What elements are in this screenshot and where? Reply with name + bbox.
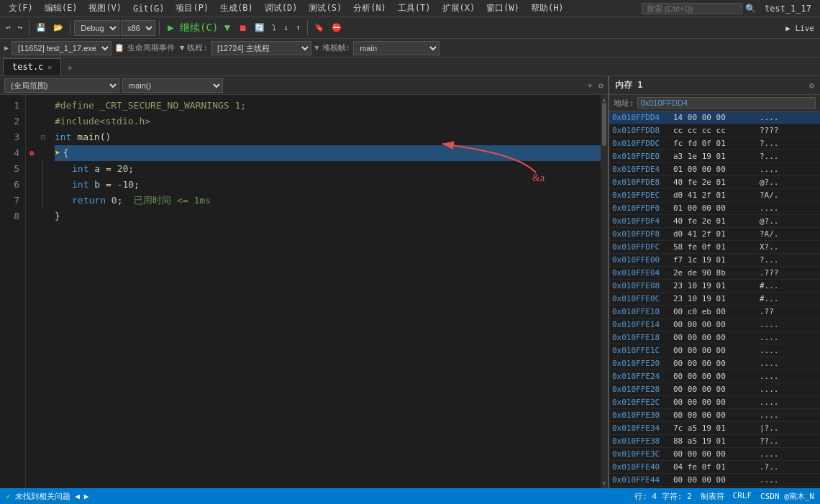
menu-debug[interactable]: 调试(D) — [259, 1, 304, 16]
memory-row[interactable]: 0x010FFE08 23 10 19 01 #... — [609, 280, 820, 293]
scroll-down-icon[interactable]: ▼ — [603, 480, 606, 487]
debug-mode-selector[interactable]: Debug — [74, 20, 119, 36]
memory-row[interactable]: 0x010FFE1C 00 00 00 00 .... — [609, 344, 820, 357]
process-selector[interactable]: [11652] test_1_17.exe — [12, 41, 111, 55]
attribution: CSDN @南木_N — [760, 491, 814, 502]
scroll-left-icon[interactable]: ◀ — [75, 492, 80, 501]
code-line-5: int a = 20; — [55, 161, 601, 177]
memory-address-bar: 地址: — [609, 95, 820, 111]
memory-row[interactable]: 0x010FFDE0 a3 1e 19 01 ?... — [609, 150, 820, 163]
code-text: #define _CRT_SECURE_NO_WARNINGS 1; — [55, 98, 246, 114]
scroll-right-icon[interactable]: ▶ — [84, 492, 89, 501]
function-selector[interactable]: main() — [122, 78, 223, 93]
memory-row[interactable]: 0x010FFE3C 00 00 00 00 .... — [609, 448, 820, 461]
memory-row[interactable]: 0x010FFDE4 01 00 00 00 .... — [609, 163, 820, 176]
scope-selector[interactable]: (全局范围) — [4, 78, 119, 93]
menu-analyze[interactable]: 分析(N) — [347, 1, 392, 16]
toolbar-right: ▶ Live — [783, 23, 817, 33]
tab-test-c[interactable]: test.c ✕ — [3, 58, 61, 75]
memory-row[interactable]: 0x010FFDD8 cc cc cc cc ???? — [609, 124, 820, 137]
menu-help[interactable]: 帮助(H) — [525, 1, 570, 16]
step-out-button[interactable]: ↑ — [293, 22, 304, 34]
memory-row[interactable]: 0x010FFE34 7c a5 19 01 |?.. — [609, 422, 820, 435]
memory-row[interactable]: 0x010FFE40 04 fe 0f 01 .?.. — [609, 461, 820, 474]
memory-row[interactable]: 0x010FFDFC 58 fe 0f 01 X?.. — [609, 241, 820, 254]
breakpoint-button[interactable]: ⛔ — [329, 22, 345, 34]
memory-row[interactable]: 0x010FFDDC fc fd 0f 01 ?... — [609, 137, 820, 150]
code-text: a — [94, 161, 100, 177]
step-into-button[interactable]: ↓ — [281, 22, 291, 34]
code-text: int — [72, 177, 94, 193]
memory-settings-icon[interactable]: ⚙ — [809, 81, 814, 91]
memory-row[interactable]: 0x010FFE38 88 a5 19 01 ??.. — [609, 435, 820, 448]
stack-selector[interactable]: main — [353, 41, 439, 55]
step-over-button[interactable]: ⤵ — [269, 22, 279, 34]
continue-button[interactable]: ▶ 继续(C) ▼ — [163, 20, 234, 36]
bookmark-button[interactable]: 🔖 — [311, 22, 327, 34]
add-watch-button[interactable]: + — [588, 81, 593, 91]
memory-address-input[interactable] — [637, 97, 816, 109]
menu-project[interactable]: 项目(P) — [170, 1, 214, 16]
code-text: b — [94, 177, 100, 193]
memory-address-label: 地址: — [614, 98, 634, 109]
toolbar-redo[interactable]: ↪ — [15, 22, 26, 34]
memory-row[interactable]: 0x010FFE30 00 00 00 00 .... — [609, 409, 820, 422]
menu-window[interactable]: 窗口(W) — [480, 1, 525, 16]
memory-row[interactable]: 0x010FFDF0 01 00 00 00 .... — [609, 202, 820, 215]
editor-settings-icon[interactable]: ⚙ — [598, 81, 603, 91]
platform-selector[interactable]: x86 — [121, 20, 155, 36]
live-button[interactable]: ▶ Live — [783, 22, 817, 35]
code-lines[interactable]: #define _CRT_SECURE_NO_WARNINGS 1; #incl… — [49, 95, 601, 488]
memory-row[interactable]: 0x010FFE00 f7 1c 19 01 ?... — [609, 254, 820, 267]
toolbar-undo[interactable]: ↩ — [3, 22, 14, 34]
new-tab-button[interactable]: + — [61, 61, 78, 75]
thread-selector[interactable]: [12724] 主线程 — [211, 41, 311, 55]
memory-row[interactable]: 0x010FFE14 00 00 00 00 .... — [609, 319, 820, 331]
menu-extensions[interactable]: 扩展(X) — [437, 1, 481, 16]
toolbar-save[interactable]: 💾 — [33, 22, 49, 34]
memory-row[interactable]: 0x010FFE04 2e de 90 8b .??? — [609, 267, 820, 280]
memory-row[interactable]: 0x010FFE28 00 00 00 00 .... — [609, 383, 820, 396]
menu-tools[interactable]: 工具(T) — [392, 1, 437, 16]
code-text: return — [72, 193, 111, 209]
menu-build[interactable]: 生成(B) — [214, 1, 259, 16]
memory-row[interactable]: 0x010FFE20 00 00 00 00 .... — [609, 357, 820, 370]
memory-row[interactable]: 0x010FFE24 00 00 00 00 .... — [609, 370, 820, 383]
menu-search-area: 🔍 test_1_17 — [642, 3, 817, 14]
memory-row[interactable]: 0x010FFE44 00 00 00 00 .... — [609, 474, 820, 487]
editor-scrollbar[interactable]: ▲ ▼ — [601, 95, 608, 488]
memory-row[interactable]: 0x010FFDE8 40 fe 2e 01 @?.. — [609, 176, 820, 189]
code-text: } — [55, 209, 60, 224]
scroll-up-icon[interactable]: ▲ — [603, 96, 606, 103]
code-text: = — [100, 177, 117, 193]
tab-close-icon[interactable]: ✕ — [47, 63, 52, 71]
code-text: int — [55, 129, 77, 145]
memory-row[interactable]: 0x010FFDF8 d0 41 2f 01 ?A/. — [609, 228, 820, 241]
menu-git[interactable]: Git(G) — [127, 2, 170, 15]
menu-edit[interactable]: 编辑(E) — [39, 1, 83, 16]
memory-table[interactable]: 0x010FFDD4 14 00 00 00 ....0x010FFDD8 cc… — [609, 111, 820, 488]
status-bar: ✔ 未找到相关问题 ◀ ▶ 行: 4 字符: 2 制表符 CRLF CSDN @… — [0, 488, 820, 504]
memory-row[interactable]: 0x010FFE2C 00 00 00 00 .... — [609, 396, 820, 409]
menu-file[interactable]: 文(F) — [3, 1, 39, 16]
memory-row[interactable]: 0x010FFE10 00 c0 eb 00 .?? — [609, 306, 820, 319]
scrollbar-thumb[interactable] — [602, 103, 606, 146]
memory-row[interactable]: 0x010FFDD4 14 00 00 00 .... — [609, 111, 820, 124]
code-text: #include<stdio.h> — [55, 114, 150, 129]
stop-button[interactable]: ⏹ — [236, 22, 250, 35]
memory-row[interactable]: 0x010FFE0C 23 10 19 01 #... — [609, 293, 820, 306]
toolbar-open[interactable]: 📂 — [50, 22, 66, 34]
line-numbers: 1 2 3 4 5 6 7 8 — [0, 95, 26, 488]
filter-icon: ▼ — [314, 43, 319, 52]
memory-row[interactable]: 0x010FFE18 00 00 00 00 .... — [609, 331, 820, 344]
editor-header: (全局范围) main() + ⚙ — [0, 76, 608, 95]
memory-panel: 内存 1 ⚙ 地址: 0x010FFDD4 14 00 00 00 ....0x… — [608, 76, 820, 488]
code-text: { — [63, 145, 69, 161]
memory-row[interactable]: 0x010FFDEC d0 41 2f 01 ?A/. — [609, 189, 820, 202]
toolbar-sep-2 — [70, 21, 70, 35]
menu-view[interactable]: 视图(V) — [83, 1, 127, 16]
memory-row[interactable]: 0x010FFDF4 40 fe 2e 01 @?.. — [609, 215, 820, 228]
restart-button[interactable]: 🔄 — [252, 22, 268, 34]
search-input[interactable] — [642, 3, 742, 14]
menu-test[interactable]: 测试(S) — [303, 1, 347, 16]
